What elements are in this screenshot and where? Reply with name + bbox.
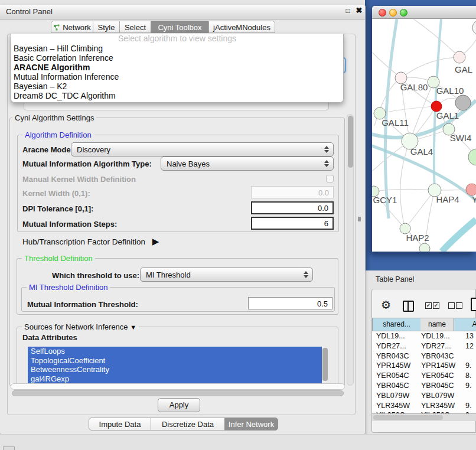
settings-scrollbar-thumb[interactable]	[348, 116, 353, 168]
network-canvas-svg[interactable]: GALGAL80GAL10GAL1GAL11SWI4GAL4GCY1HAP4YH…	[372, 19, 476, 252]
tab-select[interactable]: Select	[119, 21, 151, 33]
mi-type-label: Mutual Information Algorithm Type:	[22, 159, 152, 168]
table-row[interactable]: YDR27...YDR27...12	[372, 341, 476, 351]
checked-checkbox-icon[interactable]: ✓	[433, 302, 439, 309]
algorithm-option[interactable]: Mutual Information Inference	[11, 72, 343, 81]
table-row[interactable]: YDL19...YDL19...13	[372, 331, 476, 341]
table-cell: YER054C	[376, 371, 421, 381]
tab-infer-network[interactable]: Infer Network	[224, 418, 278, 431]
algorithm-option[interactable]: Bayesian – K2	[11, 81, 343, 91]
aracne-mode-combo[interactable]: Discovery	[71, 142, 334, 156]
unchecked-checkbox-icon[interactable]	[448, 302, 455, 309]
unchecked-checkbox-icon[interactable]	[456, 302, 462, 309]
columns-icon[interactable]	[403, 301, 414, 312]
kernel-width-label: Kernel Width (0,1):	[22, 189, 90, 198]
dpi-tolerance-label: DPI Tolerance [0,1]:	[22, 204, 93, 213]
mi-threshold-field[interactable]: 0.5	[248, 297, 332, 309]
float-window-icon[interactable]: □	[344, 7, 351, 14]
close-icon[interactable]: ✖	[355, 6, 363, 15]
bottom-left-button[interactable]	[3, 446, 15, 450]
settings-group-legend: Cyni Algorithm Settings	[12, 113, 96, 122]
attribute-list-item[interactable]: SelfLoops	[28, 347, 322, 356]
mi-steps-value: 6	[324, 219, 328, 228]
table-cell: YPR145W	[421, 361, 465, 371]
network-node[interactable]	[466, 184, 476, 195]
mi-threshold-value: 0.5	[317, 299, 328, 308]
tab-network[interactable]: Network	[51, 21, 93, 33]
apply-button[interactable]: Apply	[158, 398, 200, 412]
attribute-list-item[interactable]: BetweennessCentrality	[28, 365, 322, 374]
column-header-shared[interactable]: shared...	[372, 318, 420, 331]
table-horizontal-scrollbar-thumb[interactable]	[373, 415, 443, 420]
column-header-clipped[interactable]: A	[454, 318, 476, 331]
network-node[interactable]	[455, 95, 471, 110]
close-traffic-light[interactable]	[379, 9, 386, 17]
network-node-label: SWI4	[450, 133, 472, 143]
settings-horizontal-scrollbar-thumb[interactable]	[12, 390, 344, 396]
table-cell: YPR145W	[376, 361, 421, 371]
tab-jactivemnodules[interactable]: jActiveMNodules	[208, 21, 275, 33]
aracne-mode-value: Discovery	[77, 145, 110, 154]
tab-cyni-toolbox[interactable]: Cyni Toolbox	[151, 21, 209, 33]
document-icon[interactable]	[471, 298, 476, 311]
attributes-scrollbar-thumb[interactable]	[322, 348, 328, 381]
table-cell: 9.	[465, 401, 476, 411]
checked-checkbox-icon[interactable]: ✓	[425, 302, 432, 309]
data-attributes-list[interactable]: SelfLoopsTopologicalCoefficientBetweenne…	[28, 347, 322, 384]
network-node-label: GAL4	[410, 146, 433, 156]
network-node[interactable]	[472, 20, 476, 35]
sources-legend[interactable]: Sources for Network Inference ▼	[22, 322, 139, 331]
dpi-tolerance-field[interactable]: 0.0	[251, 201, 334, 214]
table-row[interactable]: YBL079WYBL079W	[372, 391, 476, 401]
network-view-window[interactable]: GALGAL80GAL10GAL1GAL11SWI4GAL4GCY1HAP4YH…	[372, 6, 476, 252]
tab-network-label: Network	[63, 23, 91, 32]
table-cell: YDR27...	[421, 341, 465, 351]
data-attributes-label: Data Attributes	[22, 333, 77, 342]
which-threshold-label: Which threshold to use:	[52, 271, 139, 280]
table-cell: YDL19...	[421, 331, 465, 341]
tab-style[interactable]: Style	[93, 21, 120, 33]
table-cell: YDR27...	[376, 341, 421, 351]
network-node-label: HAP4	[436, 194, 459, 204]
minimize-traffic-light[interactable]	[389, 9, 397, 17]
table-row[interactable]: YBR043CYBR043C	[372, 351, 476, 361]
zoom-traffic-light[interactable]	[400, 9, 407, 17]
kernel-width-field[interactable]: 0.0	[251, 186, 334, 198]
settings-horizontal-scrollbar[interactable]	[11, 383, 345, 390]
table-row[interactable]: YER054CYER054C8.	[372, 371, 476, 381]
stepper-arrows-icon	[324, 160, 329, 167]
network-window-titlebar[interactable]	[372, 6, 476, 19]
control-panel-titlebar	[0, 5, 365, 19]
table-cell: YBL079W	[376, 391, 421, 401]
tab-discretize-data[interactable]: Discretize Data	[151, 418, 225, 431]
algorithm-option[interactable]: Bayesian – Hill Climbing	[11, 44, 343, 53]
manual-kernel-checkbox[interactable]	[326, 175, 334, 182]
mi-type-combo[interactable]: Naive Bayes	[161, 156, 334, 171]
gear-icon[interactable]: ⚙	[381, 298, 391, 312]
network-node[interactable]	[454, 51, 465, 63]
table-row[interactable]: YLR345WYLR345W9.	[372, 401, 476, 411]
mi-steps-field[interactable]: 6	[251, 217, 334, 230]
tab-impute-data[interactable]: Impute Data	[89, 418, 151, 431]
table-row[interactable]: YPR145WYPR145W9.	[372, 361, 476, 371]
table-cell: YLR345W	[376, 401, 421, 411]
aracne-mode-label: Aracne Mode:	[22, 145, 73, 154]
table-rows: YDL19...YDL19...13YDR27...YDR27...12YBR0…	[372, 331, 476, 413]
mi-threshold-label: Mutual Information Threshold:	[27, 300, 138, 309]
algorithm-option[interactable]: ARACNE Algorithm	[11, 63, 343, 72]
network-node[interactable]	[419, 243, 430, 252]
attribute-list-item[interactable]: gal4RGexp	[28, 374, 322, 384]
table-cell: YBR043C	[376, 351, 421, 361]
panel-splitter-handle[interactable]	[358, 217, 361, 221]
table-row[interactable]: YBR045CYBR045C9.	[372, 381, 476, 391]
algorithm-option[interactable]: Basic Correlation Inference	[11, 53, 343, 63]
mi-steps-label: Mutual Information Steps:	[22, 220, 117, 229]
hub-definition-expander[interactable]: Hub/Transcription Factor Definition ▶	[22, 236, 159, 247]
which-threshold-combo[interactable]: MI Threshold	[140, 268, 313, 282]
network-node[interactable]	[468, 149, 476, 165]
attribute-list-item[interactable]: TopologicalCoefficient	[28, 356, 322, 366]
algorithm-option[interactable]: Dream8 DC_TDC Algorithm	[11, 91, 343, 100]
network-canvas[interactable]: GALGAL80GAL10GAL1GAL11SWI4GAL4GCY1HAP4YH…	[372, 19, 476, 252]
which-threshold-value: MI Threshold	[146, 270, 191, 279]
column-header-name[interactable]: name	[420, 318, 454, 331]
